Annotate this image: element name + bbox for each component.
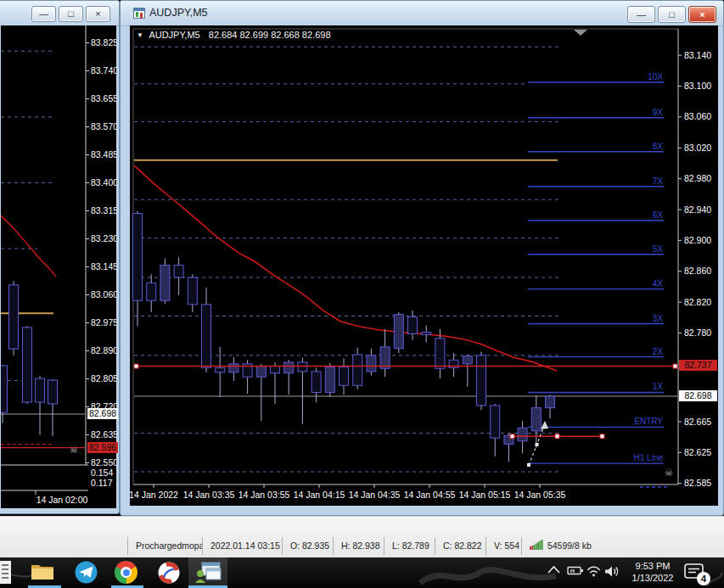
candle-body bbox=[229, 364, 239, 372]
price-scale-label: 82.940 bbox=[684, 204, 711, 215]
metatrader-icon bbox=[194, 561, 222, 585]
candles bbox=[1, 281, 58, 436]
segment-handle bbox=[555, 434, 559, 439]
status-volume: V: 554 bbox=[485, 537, 521, 555]
tray-chevron-up-icon[interactable] bbox=[547, 565, 560, 574]
taskbar-icon-metatrader[interactable] bbox=[194, 561, 220, 585]
taskbar: 9:53 PM 1/13/2022 4 bbox=[0, 557, 724, 588]
price-scale-label: 83.100 bbox=[684, 81, 711, 91]
time-scale-label: 14 Jan 04:15 bbox=[294, 490, 345, 500]
price-scale-label: 83.825 bbox=[91, 37, 116, 48]
candle-body bbox=[147, 283, 156, 300]
candle-body bbox=[422, 333, 431, 335]
main-window-titlebar[interactable]: AUDJPY,M5 — □ × bbox=[121, 1, 723, 26]
left-chart-area[interactable]: ☠83.82583.74083.65583.57083.48583.40083.… bbox=[1, 25, 116, 508]
tray-clock[interactable]: 9:53 PM 1/13/2022 bbox=[626, 561, 679, 584]
time-scale-label: 14 Jan 03:35 bbox=[183, 490, 235, 500]
tray-battery-icon[interactable] bbox=[567, 565, 585, 576]
candle-body bbox=[174, 265, 183, 277]
candle-body bbox=[9, 285, 19, 349]
minimize-button[interactable]: — bbox=[31, 6, 56, 22]
price-scale-label: 82.625 bbox=[684, 447, 711, 457]
symbol-ohlc-header: ▼ AUDJPY,M5 82.684 82.699 82.668 82.698 bbox=[137, 30, 331, 40]
price-scale-label: 83.145 bbox=[91, 261, 116, 272]
window-title: AUDJPY,M5 bbox=[149, 7, 208, 19]
tray-wifi-icon[interactable] bbox=[586, 565, 601, 577]
candle-body bbox=[188, 277, 197, 305]
price-scale-label: 83.655 bbox=[91, 93, 116, 104]
main-chart-area[interactable]: 10X9X8X7X6X5X4X3X2X1XENTRYH1 Line☠83.140… bbox=[130, 25, 718, 506]
minimize-button[interactable]: — bbox=[627, 6, 655, 23]
arrow-handle bbox=[527, 463, 530, 467]
candle-body bbox=[160, 265, 170, 300]
candle-body bbox=[298, 362, 307, 372]
taskbar-icon-file-explorer[interactable] bbox=[31, 561, 56, 585]
price-scale-label: 82.860 bbox=[684, 266, 711, 276]
close-button[interactable]: × bbox=[688, 6, 716, 23]
folder-icon bbox=[31, 561, 54, 581]
left-chart-canvas[interactable]: ☠83.82583.74083.65583.57083.48583.40083.… bbox=[1, 25, 116, 508]
taskbar-icon-telegram[interactable] bbox=[75, 561, 100, 585]
candle-body bbox=[408, 316, 418, 333]
candle-body bbox=[23, 328, 32, 402]
status-open: O: 82.935 bbox=[282, 537, 333, 555]
level-label-1x: 1X bbox=[653, 382, 664, 391]
price-scale-label: 82.585 bbox=[684, 478, 711, 488]
media-app-icon bbox=[157, 561, 182, 585]
status-account: Prochargedmopar bbox=[127, 537, 202, 555]
candle-body bbox=[36, 378, 45, 402]
price-scale-label: 83.230 bbox=[91, 233, 116, 244]
price-scale-label: 83.570 bbox=[91, 121, 116, 132]
candle-body bbox=[380, 347, 390, 368]
taskbar-icon-media-app[interactable] bbox=[157, 561, 182, 585]
tray-volume-icon[interactable] bbox=[604, 565, 620, 578]
status-close: C: 82.822 bbox=[435, 537, 485, 555]
level-label-5x: 5X bbox=[653, 244, 664, 254]
level-label-8x: 8X bbox=[653, 142, 664, 151]
candle-body bbox=[340, 367, 349, 385]
candle-body bbox=[325, 367, 334, 392]
candle-body bbox=[435, 339, 445, 368]
price-scale-label: 83.060 bbox=[91, 289, 116, 300]
notification-center-icon[interactable]: 4 bbox=[684, 563, 713, 586]
status-bar: Prochargedmopar 2022.01.14 03:15 O: 82.9… bbox=[0, 516, 724, 558]
close-button[interactable]: × bbox=[86, 6, 110, 22]
clock-date: 1/13/2022 bbox=[626, 573, 679, 585]
bid-price-tag: 82.698 bbox=[87, 408, 118, 419]
taskbar-icon-app-grid[interactable] bbox=[0, 561, 11, 585]
skull-marker-icon: ☠ bbox=[665, 467, 674, 479]
main-chart-canvas[interactable]: 10X9X8X7X6X5X4X3X2X1XENTRYH1 Line☠83.140… bbox=[130, 25, 718, 506]
price-scale: 83.14083.10083.06083.02082.98082.94082.9… bbox=[678, 50, 711, 489]
time-scale-label: 14 Jan 03:55 bbox=[239, 490, 290, 500]
time-scale-label: 14 Jan 02:00 bbox=[36, 495, 88, 505]
main-chart-window[interactable]: AUDJPY,M5 — □ × 10X9X8X7X6X5X4X3X2X1XENT… bbox=[120, 0, 724, 516]
header-ohlc: 82.684 82.699 82.668 82.698 bbox=[209, 30, 331, 40]
candle-body bbox=[271, 367, 280, 373]
subpane-scale-label: 0.154 bbox=[91, 468, 113, 478]
candle-body bbox=[463, 356, 472, 364]
time-scale-label: 14 Jan 04:35 bbox=[349, 490, 401, 500]
drawn-arrow-head bbox=[541, 421, 548, 429]
left-window-titlebar[interactable]: — □ × bbox=[0, 1, 119, 26]
restore-button[interactable]: □ bbox=[658, 6, 686, 23]
price-scale-label: 83.400 bbox=[91, 177, 116, 188]
status-low: L: 82.789 bbox=[384, 537, 435, 555]
candle-body bbox=[518, 428, 527, 440]
price-scale-label: 83.140 bbox=[684, 50, 711, 60]
price-scale-label: 82.820 bbox=[684, 297, 711, 307]
left-chart-window[interactable]: — □ × ☠83.82583.74083.65583.57083.48583.… bbox=[0, 0, 120, 514]
stop-price-tag: 82.596 bbox=[87, 442, 118, 453]
skull-marker-icon: ☠ bbox=[70, 444, 79, 456]
candle-body bbox=[133, 214, 143, 301]
price-scale-label: 82.635 bbox=[91, 429, 116, 440]
chart-shift-triangle-icon bbox=[574, 30, 587, 36]
candle-body bbox=[394, 315, 403, 349]
chart-window-icon bbox=[133, 8, 145, 19]
dropdown-triangle-icon[interactable]: ▼ bbox=[137, 31, 143, 39]
desktop: { "left_window": { "controls": ["—", "□"… bbox=[0, 0, 724, 588]
price-scale-label: 83.315 bbox=[91, 205, 116, 216]
taskbar-icon-chrome[interactable] bbox=[115, 561, 140, 585]
telegram-icon bbox=[75, 561, 98, 584]
maximize-button[interactable]: □ bbox=[59, 6, 83, 22]
level-label-10x: 10X bbox=[648, 72, 663, 81]
